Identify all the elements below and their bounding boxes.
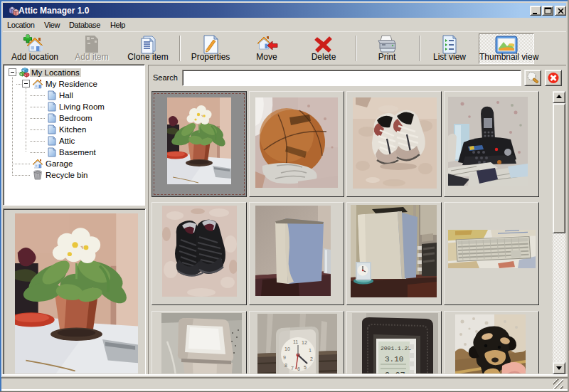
svg-text:2: 2 — [310, 356, 313, 361]
svg-text:1: 1 — [309, 348, 312, 353]
svg-text:11: 11 — [293, 339, 298, 344]
svg-text:2001.1.23: 2001.1.23 — [381, 345, 411, 351]
svg-text:6: 6 — [297, 366, 300, 371]
svg-text:10: 10 — [284, 346, 290, 351]
svg-text:8: 8 — [284, 363, 287, 368]
svg-text:12: 12 — [302, 340, 307, 345]
svg-text:7: 7 — [291, 366, 294, 371]
svg-text:5: 5 — [304, 365, 307, 370]
svg-text:3.10: 3.10 — [385, 355, 403, 364]
svg-text:9: 9 — [283, 355, 286, 360]
svg-text:9.07: 9.07 — [385, 371, 405, 374]
